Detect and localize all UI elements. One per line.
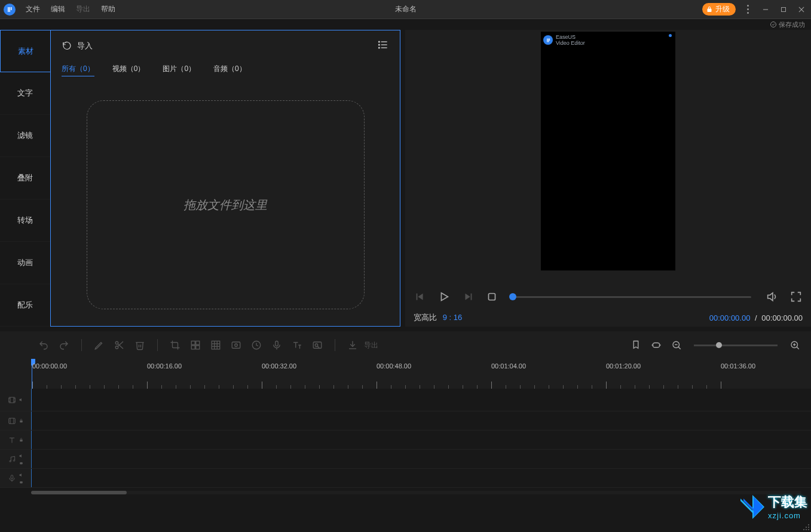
list-icon <box>377 39 389 51</box>
preview-seek-bar[interactable] <box>513 296 751 298</box>
svg-point-80 <box>806 529 807 530</box>
export-icon-button[interactable] <box>344 336 362 354</box>
track-audio[interactable] <box>0 450 811 469</box>
resize-grip-icon[interactable] <box>803 524 810 531</box>
split-button[interactable] <box>111 336 128 354</box>
redo-button[interactable] <box>55 336 73 354</box>
sidebar-tab-filter[interactable]: 滤镜 <box>0 115 50 157</box>
zoom-out-button[interactable] <box>668 336 685 354</box>
prev-frame-button[interactable] <box>414 290 427 303</box>
svg-point-69 <box>13 460 14 461</box>
upgrade-button[interactable]: 升级 <box>702 3 736 16</box>
zoom-region-button[interactable] <box>308 336 326 354</box>
track-pip[interactable] <box>0 411 811 430</box>
drop-zone[interactable]: 拖放文件到这里 <box>87 100 365 309</box>
track-head-audio[interactable] <box>0 450 31 468</box>
export-label[interactable]: 导出 <box>364 340 378 350</box>
svg-rect-67 <box>20 439 23 441</box>
menu-edit[interactable]: 编辑 <box>45 2 71 17</box>
media-tab-all[interactable]: 所有（0） <box>62 64 94 76</box>
track-voiceover[interactable] <box>0 469 811 488</box>
sidebar-tab-overlay[interactable]: 叠附 <box>0 157 50 199</box>
fullscreen-button[interactable] <box>789 290 803 303</box>
toolbar-divider <box>81 339 82 351</box>
minimize-button[interactable] <box>760 4 772 16</box>
sidebar-tab-transition[interactable]: 转场 <box>0 199 50 242</box>
film-icon <box>8 417 16 425</box>
edit-button[interactable] <box>90 336 108 354</box>
svg-line-48 <box>678 347 681 349</box>
track-text[interactable] <box>0 430 811 450</box>
import-button[interactable]: 导入 <box>62 41 93 51</box>
media-tab-image[interactable]: 图片（0） <box>163 64 195 76</box>
svg-rect-64 <box>20 420 23 422</box>
brand-line1: EaseUS <box>556 34 585 40</box>
svg-rect-20 <box>489 294 495 300</box>
upper-area: 素材 文字 滤镜 叠附 转场 动画 配乐 导入 所有（0） 视频（0） 图片（0… <box>0 30 811 327</box>
track-head-pip[interactable] <box>0 411 31 430</box>
more-menu-button[interactable] <box>742 4 754 16</box>
marker-button[interactable] <box>627 336 645 354</box>
maximize-button[interactable] <box>778 4 789 16</box>
speed-button[interactable] <box>247 336 265 354</box>
play-button[interactable] <box>437 290 451 303</box>
track-head-voiceover[interactable] <box>0 469 31 487</box>
svg-rect-40 <box>313 342 322 349</box>
volume-mini-icon <box>19 453 24 459</box>
media-tab-audio[interactable]: 音频（0） <box>213 64 246 76</box>
svg-point-36 <box>235 344 238 347</box>
preview-frame: EaseUS Video Editor <box>541 32 675 270</box>
mosaic-button[interactable] <box>186 336 204 354</box>
ruler-label: 00:01:20.00 <box>606 362 641 370</box>
lock-mini-icon <box>19 437 24 442</box>
voiceover-button[interactable] <box>268 336 286 354</box>
zoom-slider[interactable] <box>694 345 778 346</box>
crop-button[interactable] <box>166 336 184 354</box>
lock-mini-icon <box>19 479 24 484</box>
scrollbar-thumb[interactable] <box>31 491 127 494</box>
time-ruler[interactable]: 00:00:00.0000:00:16.0000:00:32.0000:00:4… <box>31 359 811 389</box>
aspect-value: 9 : 16 <box>443 313 463 322</box>
close-button[interactable] <box>795 4 807 16</box>
freeze-frame-button[interactable] <box>227 336 245 354</box>
menu-file[interactable]: 文件 <box>20 2 45 17</box>
svg-point-13 <box>379 47 380 48</box>
menu-help[interactable]: 帮助 <box>96 2 121 17</box>
sidebar-tab-music[interactable]: 配乐 <box>0 284 50 327</box>
text-to-speech-button[interactable] <box>288 336 306 354</box>
svg-rect-27 <box>196 341 200 345</box>
undo-button[interactable] <box>35 336 53 354</box>
svg-rect-38 <box>276 341 279 346</box>
ruler-label: 00:00:00.00 <box>32 362 67 370</box>
sidebar-tab-text[interactable]: 文字 <box>0 72 50 115</box>
svg-point-68 <box>9 460 10 462</box>
zoom-knob[interactable] <box>716 342 722 348</box>
check-circle-icon <box>770 21 777 28</box>
sidebar-tab-material[interactable]: 素材 <box>0 30 50 72</box>
zoom-in-button[interactable] <box>786 336 804 354</box>
volume-button[interactable] <box>766 290 779 303</box>
menu-export[interactable]: 导出 <box>71 2 96 17</box>
timeline-scrollbar[interactable] <box>31 491 801 494</box>
lock-icon <box>706 6 713 13</box>
svg-rect-28 <box>191 346 195 349</box>
svg-rect-53 <box>8 397 15 402</box>
stop-button[interactable] <box>485 290 498 303</box>
delete-button[interactable] <box>131 336 149 354</box>
svg-point-79 <box>808 529 809 530</box>
next-frame-button[interactable] <box>461 290 475 303</box>
track-video[interactable] <box>0 389 811 411</box>
media-tab-video[interactable]: 视频（0） <box>112 64 145 76</box>
fit-button[interactable] <box>647 336 665 354</box>
sidebar-tab-motion[interactable]: 动画 <box>0 242 50 284</box>
media-tabs: 所有（0） 视频（0） 图片（0） 音频（0） <box>62 64 389 76</box>
track-head-text[interactable] <box>0 430 31 449</box>
seek-knob[interactable] <box>509 293 516 300</box>
grid-button[interactable] <box>207 336 225 354</box>
svg-marker-60 <box>19 398 21 401</box>
track-head-video[interactable] <box>0 389 31 411</box>
list-view-toggle[interactable] <box>377 39 389 53</box>
svg-rect-75 <box>20 481 23 483</box>
svg-point-12 <box>379 44 380 45</box>
text-icon <box>8 436 16 444</box>
